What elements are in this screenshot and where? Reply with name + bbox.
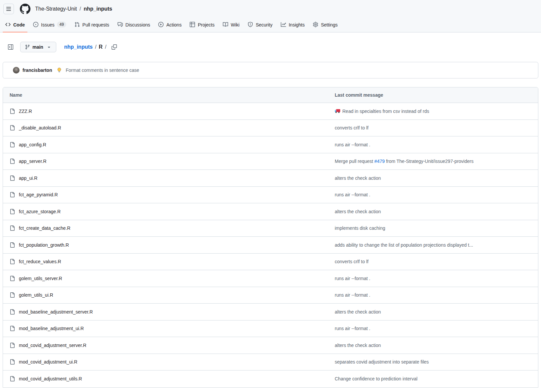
commit-message-cell: adds ability to change the list of popul… — [329, 242, 538, 248]
file-name-link[interactable]: app_server.R — [19, 159, 46, 164]
file-icon — [10, 259, 15, 264]
file-name-link[interactable]: mod_baseline_adjustment_ui.R — [19, 326, 84, 331]
file-name-link[interactable]: mod_baseline_adjustment_server.R — [19, 309, 93, 315]
commit-message-text: runs air --format . — [335, 192, 370, 197]
table-row: app_ui.R alters the check action — [3, 170, 538, 187]
commit-message-text: runs air --format . — [335, 292, 370, 298]
commit-author-link[interactable]: francisbarton — [23, 68, 52, 73]
file-name-cell: fct_population_growth.R — [3, 242, 329, 248]
commit-message-cell: runs air --format . — [329, 276, 538, 281]
file-name-link[interactable]: golem_utils_server.R — [19, 276, 62, 281]
tab-insights[interactable]: Insights — [278, 17, 307, 32]
file-name-link[interactable]: fct_age_pyramid.R — [19, 192, 58, 197]
table-row: mod_covid_adjustment_server.R alters the… — [3, 337, 538, 354]
file-name-link[interactable]: app_ui.R — [19, 175, 37, 181]
github-logo[interactable] — [20, 4, 30, 14]
commit-message-link[interactable]: Format comments in sentence case — [66, 68, 139, 73]
breadcrumb-separator: / — [79, 6, 81, 12]
file-icon — [10, 109, 15, 114]
commit-message-cell: runs air --format . — [329, 326, 538, 331]
git-pull-request-icon — [74, 22, 80, 27]
file-name-cell: app_ui.R — [3, 175, 329, 181]
three-bars-icon — [6, 6, 11, 12]
commit-message-cell: runs air --format . — [329, 192, 538, 197]
table-row: mod_covid_adjustment_ui.R separates covi… — [3, 354, 538, 371]
tab-code[interactable]: Code — [3, 17, 27, 32]
commit-message-text: adds ability to change the list of popul… — [335, 242, 473, 248]
file-name-link[interactable]: mod_covid_adjustment_server.R — [19, 343, 86, 348]
hamburger-menu-button[interactable] — [3, 4, 14, 14]
file-icon — [10, 326, 15, 331]
commit-message-text: separates covid adjustment into separate… — [335, 359, 429, 365]
tab-wiki[interactable]: Wiki — [220, 17, 242, 32]
commit-message-cell: separates covid adjustment into separate… — [329, 359, 538, 365]
tab-issues[interactable]: Issues 49 — [30, 17, 69, 32]
file-table: Name Last commit message ZZZ.R Read in s… — [3, 87, 538, 388]
file-name-link[interactable]: fct_azure_storage.R — [19, 209, 61, 214]
commit-message-fragment: from The-Strategy-Unit/issue297-provider… — [385, 159, 473, 164]
table-row: ZZZ.R Read in specialties from csv inste… — [3, 103, 538, 120]
commit-message-fragment: Merge pull request — [335, 159, 374, 164]
file-icon — [10, 309, 15, 315]
book-icon — [223, 22, 228, 27]
file-name-link[interactable]: mod_covid_adjustment_utils.R — [19, 376, 82, 381]
file-table-header: Name Last commit message — [3, 87, 538, 103]
file-icon — [10, 225, 15, 231]
expand-file-tree-button[interactable] — [5, 42, 16, 52]
commit-message-text: converts crlf to lf — [335, 125, 369, 130]
graph-icon — [281, 22, 286, 27]
tab-discussions[interactable]: Discussions — [115, 17, 153, 32]
breadcrumb-repo-link[interactable]: nhp_inputs — [64, 44, 93, 50]
file-name-cell: fct_azure_storage.R — [3, 209, 329, 214]
pull-request-link[interactable]: #479 — [374, 159, 385, 164]
file-name-link[interactable]: fct_create_data_cache.R — [19, 225, 71, 231]
file-name-link[interactable]: mod_covid_adjustment_ui.R — [19, 359, 77, 365]
tab-label: Wiki — [231, 22, 239, 27]
breadcrumb-current-dir: R — [99, 44, 103, 50]
file-name-link[interactable]: golem_utils_ui.R — [19, 292, 53, 298]
branch-selector-button[interactable]: main — [20, 42, 56, 52]
commit-message-text: Read in specialties from csv instead of … — [342, 109, 429, 114]
table-row: app_config.R runs air --format . — [3, 136, 538, 153]
branch-name: main — [32, 44, 43, 50]
file-browser-toolbar: main nhp_inputs / R / — [5, 42, 536, 52]
tab-pull-requests[interactable]: Pull requests — [72, 17, 112, 32]
file-icon — [10, 343, 15, 348]
tab-label: Insights — [289, 22, 305, 27]
avatar[interactable] — [13, 67, 20, 74]
tab-security[interactable]: Security — [245, 17, 275, 32]
tab-actions[interactable]: Actions — [156, 17, 184, 32]
tab-label: Actions — [166, 22, 181, 27]
table-row: golem_utils_ui.R runs air --format . — [3, 287, 538, 304]
app-header: The-Strategy-Unit / nhp_inputs Code Issu… — [0, 0, 541, 32]
file-icon — [10, 159, 15, 164]
file-name-link[interactable]: fct_population_growth.R — [19, 242, 69, 248]
file-name-link[interactable]: ZZZ.R — [19, 109, 32, 114]
tab-projects[interactable]: Projects — [187, 17, 217, 32]
tab-settings[interactable]: Settings — [310, 17, 340, 32]
commit-message-text: Merge pull request #479 from The-Strateg… — [335, 159, 473, 164]
file-name-cell: fct_create_data_cache.R — [3, 225, 329, 231]
repo-link[interactable]: nhp_inputs — [84, 6, 112, 12]
file-name-link[interactable]: _disable_autoload.R — [19, 125, 61, 130]
table-row: mod_baseline_adjustment_ui.R runs air --… — [3, 320, 538, 337]
copy-path-button[interactable] — [110, 42, 119, 52]
commit-message-cell: runs air --format . — [329, 142, 538, 147]
table-icon — [190, 22, 195, 27]
light-bulb-emoji-icon — [57, 68, 62, 73]
tab-label: Projects — [198, 22, 215, 27]
tab-label: Settings — [321, 22, 338, 27]
commit-message-cell: implements disk caching — [329, 225, 538, 231]
code-icon — [5, 22, 11, 27]
tab-label: Discussions — [125, 22, 150, 27]
commit-message-cell: converts crlf to lf — [329, 125, 538, 130]
file-name-cell: mod_baseline_adjustment_server.R — [3, 309, 329, 315]
table-row: golem_utils_server.R runs air --format . — [3, 270, 538, 287]
gear-icon — [313, 22, 318, 27]
file-name-link[interactable]: app_config.R — [19, 142, 46, 147]
file-name-link[interactable]: fct_reduce_values.R — [19, 259, 61, 264]
table-row: fct_azure_storage.R alters the check act… — [3, 203, 538, 220]
file-name-cell: fct_reduce_values.R — [3, 259, 329, 264]
comment-discussion-icon — [118, 22, 123, 27]
org-link[interactable]: The-Strategy-Unit — [35, 6, 77, 12]
